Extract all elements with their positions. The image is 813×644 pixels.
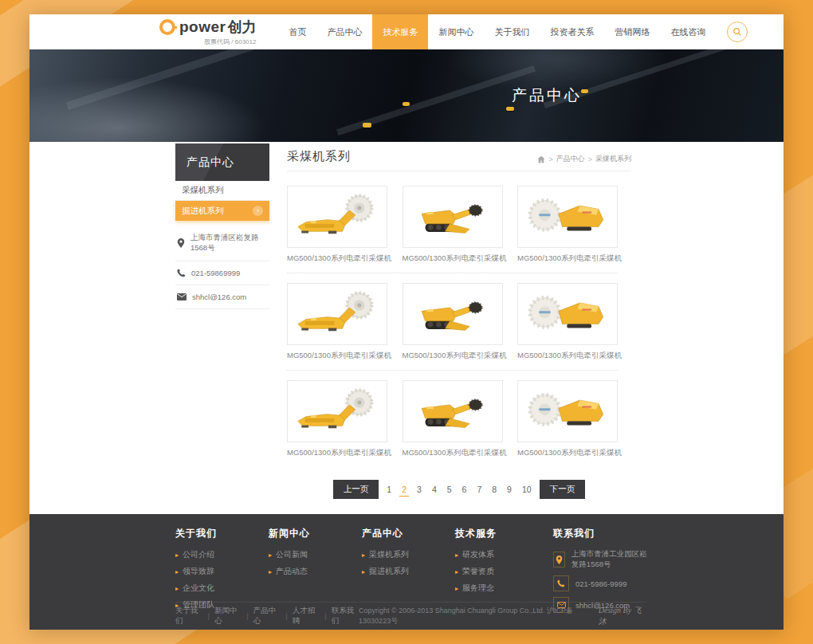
page-number-5[interactable]: 5 [445,483,454,496]
nav-item-marketing[interactable]: 营销网络 [604,14,660,49]
product-card[interactable]: MG500/1300系列电牵引采煤机 [517,186,618,264]
vehicle-dot [581,89,588,93]
footer-link-label: 掘进机系列 [369,566,409,577]
product-image-roadheader [403,283,503,345]
footer-link[interactable]: ▸产品动态 [269,566,362,577]
nav-item-about[interactable]: 关于我们 [484,14,540,49]
vehicle-dot [403,102,410,106]
search-icon [732,27,742,37]
footer-link[interactable]: ▸服务理念 [455,583,553,594]
footer-address: 上海市青浦工业园区崧复路1568号 [553,549,654,570]
product-card[interactable]: MG500/1300系列电牵引采煤机 [403,380,503,458]
nav-item-news[interactable]: 新闻中心 [428,14,484,49]
product-caption: MG500/1300系列电牵引采煤机 [517,351,618,361]
nav-item-tech-service[interactable]: 技术服务 [372,14,428,49]
next-page-button[interactable]: 下一页 [540,480,586,499]
product-image-wheel-machine [517,283,618,345]
sidebar-email: shhcl@126.com [175,285,269,309]
nav-item-investor[interactable]: 投资者关系 [540,14,604,49]
bullet-icon: ▸ [362,552,365,559]
separator: | [246,611,248,620]
sidebar-address: 上海市青浦区崧复路1568号 [175,226,269,261]
bottom-link-about[interactable]: 关于我们 [175,606,202,626]
footer-link-label: 产品动态 [276,566,308,577]
page-number-9[interactable]: 9 [505,483,514,496]
bullet-icon: ▸ [269,552,272,559]
page-number-10[interactable]: 10 [520,483,534,496]
page-number-4[interactable]: 4 [430,483,439,496]
footer-col-tech: 技术服务 ▸研发体系 ▸荣誉资质 ▸服务理念 [455,527,553,602]
footer-link[interactable]: ▸掘进机系列 [362,566,455,577]
site-footer: 关于我们 ▸公司介绍 ▸领导致辞 ▸企业文化 ▸管理团队 新闻中心 ▸公司新闻 … [29,514,784,630]
page-number-2-current[interactable]: 2 [399,483,409,497]
product-card[interactable]: MG500/1300系列电牵引采煤机 [287,186,387,264]
product-card[interactable]: MG500/1300系列电牵引采煤机 [287,283,387,361]
hero-banner: 产品中心 [29,49,784,142]
search-button[interactable] [727,22,748,42]
product-row: MG500/1300系列电牵引采煤机 [287,186,618,273]
footer-link[interactable]: ▸公司介绍 [175,549,269,560]
footer-link-label: 公司介绍 [183,549,214,560]
product-row: MG500/1300系列电牵引采煤机 [287,283,618,371]
breadcrumb-products[interactable]: 产品中心 [556,154,585,164]
footer-link[interactable]: ▸采煤机系列 [362,549,455,560]
page-number-1[interactable]: 1 [384,483,394,496]
page-number-6[interactable]: 6 [460,483,469,496]
section-title: 采煤机系列 [287,149,351,164]
bullet-icon: ▸ [455,585,458,592]
logo-word: power [179,18,226,36]
prev-page-button[interactable]: 上一页 [333,480,379,499]
footer-link[interactable]: ▸领导致辞 [175,566,269,577]
location-pin-icon [553,552,565,567]
footer-columns: 关于我们 ▸公司介绍 ▸领导致辞 ▸企业文化 ▸管理团队 新闻中心 ▸公司新闻 … [175,514,654,602]
footer-link[interactable]: ▸企业文化 [175,583,269,594]
nav-item-consult[interactable]: 在线咨询 [660,14,716,49]
main-nav: 首页 产品中心 技术服务 新闻中心 关于我们 投资者关系 营销网络 在线咨询 [278,14,716,49]
product-caption: MG500/1300系列电牵引采煤机 [287,253,387,264]
logo-row: power 创力 [159,18,256,37]
product-image-wheel-machine [517,380,618,442]
bullet-icon: ▸ [175,585,179,592]
page-number-7[interactable]: 7 [474,483,484,496]
phone-icon [177,269,186,277]
sidebar-item-roadheader-series[interactable]: 掘进机系列 › [175,201,269,221]
page-number-3[interactable]: 3 [414,483,424,496]
product-caption: MG500/1300系列电牵引采煤机 [517,448,618,458]
product-card[interactable]: MG500/1300系列电牵引采煤机 [287,380,387,458]
bottom-link-products[interactable]: 产品中心 [253,606,281,626]
copyright: Copyright © 2006-2013 Shanghai Chuangli … [359,605,646,627]
home-icon[interactable] [537,155,545,163]
product-card[interactable]: MG500/1300系列电牵引采煤机 [403,283,503,361]
terrain-streak [66,49,296,110]
product-caption: MG500/1300系列电牵引采煤机 [287,448,387,458]
logo[interactable]: power 创力 股票代码 / 603012 [159,18,256,46]
footer-col-news: 新闻中心 ▸公司新闻 ▸产品动态 [269,527,362,602]
design-by-credit: Design By 飞沐 [599,605,646,627]
bottom-link-contact[interactable]: 联系我们 [332,606,359,626]
bottom-link-news[interactable]: 新闻中心 [214,606,242,626]
product-card[interactable]: MG500/1300系列电牵引采煤机 [517,283,618,361]
nav-item-home[interactable]: 首页 [278,14,316,49]
footer-link[interactable]: ▸公司新闻 [269,549,362,560]
product-image-shearer [287,186,387,248]
product-image-wheel-machine [517,186,618,248]
page-number-8[interactable]: 8 [489,483,499,496]
product-card[interactable]: MG500/1300系列电牵引采煤机 [517,380,618,458]
nav-item-products[interactable]: 产品中心 [316,14,372,49]
footer-col-title: 新闻中心 [269,527,362,540]
separator: | [207,611,209,620]
footer-bottom-bar: 关于我们| 新闻中心| 产品中心| 人才招聘| 联系我们 Copyright ©… [175,602,646,629]
pagination: 上一页 1 2 3 4 5 6 7 8 9 10 下一页 [287,480,631,499]
bullet-icon: ▸ [269,568,272,575]
page-title: 产品中心 [512,85,582,106]
footer-address-text: 上海市青浦工业园区崧复路1568号 [571,549,654,570]
footer-link[interactable]: ▸研发体系 [455,549,553,560]
product-card[interactable]: MG500/1300系列电牵引采煤机 [403,186,503,264]
breadcrumb-current: 采煤机系列 [595,154,631,164]
bottom-link-jobs[interactable]: 人才招聘 [293,606,320,626]
logo-c-icon [159,19,175,35]
email-text: shhcl@126.com [192,293,246,301]
footer-link[interactable]: ▸荣誉资质 [455,566,553,577]
email-icon [177,293,187,300]
sidebar-item-shearer-series[interactable]: 采煤机系列 [175,181,269,201]
